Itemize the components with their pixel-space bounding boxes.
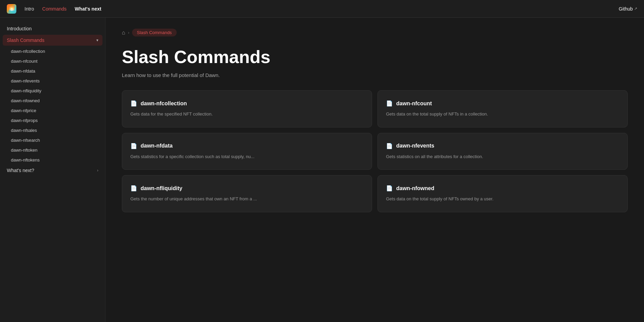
sidebar-sub-dawn-nftoken[interactable]: dawn-nftoken (0, 145, 105, 155)
card-dawn-nfowned[interactable]: 📄 dawn-nfowned Gets data on the total su… (377, 175, 628, 212)
card-dawn-nfdata[interactable]: 📄 dawn-nfdata Gets statistics for a spec… (122, 133, 372, 170)
breadcrumb: ⌂ › Slash Commands (122, 29, 628, 36)
page-title: Slash Commands (122, 47, 628, 67)
sidebar-sub-dawn-nfprops[interactable]: dawn-nfprops (0, 116, 105, 125)
whats-next-label: What's next? (7, 168, 34, 173)
card-desc: Gets statistics for a specific collectio… (130, 153, 364, 160)
card-desc: Gets the number of unique addresses that… (130, 196, 364, 202)
card-desc: Gets data on the total supply of NFTs in… (386, 111, 619, 118)
document-icon: 📄 (386, 100, 393, 107)
card-title: dawn-nfliquidity (141, 185, 182, 191)
external-link-icon: ↗ (634, 6, 637, 11)
document-icon: 📄 (130, 143, 137, 149)
card-title: dawn-nfevents (396, 143, 434, 149)
card-title: dawn-nfcollection (141, 101, 187, 107)
sidebar-sub-dawn-nfevents[interactable]: dawn-nfevents (0, 76, 105, 86)
document-icon: 📄 (130, 185, 137, 191)
sidebar: Introduction Slash Commands ▾ dawn-nfcol… (0, 18, 106, 322)
card-dawn-nfcount[interactable]: 📄 dawn-nfcount Gets data on the total su… (377, 90, 628, 127)
card-dawn-nfcollection[interactable]: 📄 dawn-nfcollection Gets data for the sp… (122, 90, 372, 127)
card-title: dawn-nfdata (141, 143, 173, 149)
card-header: 📄 dawn-nfcollection (130, 100, 364, 107)
page-subtitle: Learn how to use the full potential of D… (122, 72, 628, 78)
card-title: dawn-nfowned (396, 185, 434, 191)
main-content: ⌂ › Slash Commands Slash Commands Learn … (106, 18, 644, 322)
sidebar-sub-dawn-nftokens[interactable]: dawn-nftokens (0, 155, 105, 165)
logo-icon[interactable]: 🌅 (7, 4, 16, 14)
sidebar-sub-dawn-nfsales[interactable]: dawn-nfsales (0, 125, 105, 135)
main-layout: Introduction Slash Commands ▾ dawn-nfcol… (0, 18, 644, 322)
card-dawn-nfliquidity[interactable]: 📄 dawn-nfliquidity Gets the number of un… (122, 175, 372, 212)
chevron-down-icon: ▾ (96, 38, 98, 43)
sidebar-item-slash-commands[interactable]: Slash Commands ▾ (3, 35, 102, 46)
breadcrumb-separator: › (128, 30, 129, 35)
card-desc: Gets data for the specified NFT collecti… (130, 111, 364, 118)
card-desc: Gets statistics on all the attributes fo… (386, 153, 619, 160)
card-header: 📄 dawn-nfowned (386, 185, 619, 191)
card-title: dawn-nfcount (396, 101, 432, 107)
github-link[interactable]: Github ↗ (619, 6, 637, 12)
cards-grid: 📄 dawn-nfcollection Gets data for the sp… (122, 90, 628, 212)
sidebar-sub-dawn-nfsearch[interactable]: dawn-nfsearch (0, 135, 105, 145)
chevron-right-icon: › (97, 168, 98, 173)
sidebar-sub-dawn-nfliquidity[interactable]: dawn-nfliquidity (0, 86, 105, 96)
sidebar-sub-dawn-nfcount[interactable]: dawn-nfcount (0, 56, 105, 66)
card-desc: Gets data on the total supply of NFTs ow… (386, 196, 619, 202)
sidebar-sub-dawn-nfowned[interactable]: dawn-nfowned (0, 96, 105, 106)
card-header: 📄 dawn-nfevents (386, 143, 619, 149)
breadcrumb-tag[interactable]: Slash Commands (132, 29, 177, 36)
sidebar-active-label: Slash Commands (7, 37, 45, 43)
sidebar-item-introduction[interactable]: Introduction (0, 23, 105, 34)
document-icon: 📄 (386, 185, 393, 191)
breadcrumb-home-icon[interactable]: ⌂ (122, 30, 125, 36)
sidebar-item-whats-next[interactable]: What's next? › (0, 165, 105, 176)
sidebar-sub-dawn-nfprice[interactable]: dawn-nfprice (0, 106, 105, 116)
document-icon: 📄 (130, 100, 137, 107)
sidebar-sub-dawn-nfdata[interactable]: dawn-nfdata (0, 66, 105, 76)
card-header: 📄 dawn-nfdata (130, 143, 364, 149)
card-dawn-nfevents[interactable]: 📄 dawn-nfevents Gets statistics on all t… (377, 133, 628, 170)
nav-whats-next[interactable]: What's next (75, 6, 101, 12)
topnav: 🌅 Intro Commands What's next Github ↗ (0, 0, 644, 18)
card-header: 📄 dawn-nfliquidity (130, 185, 364, 191)
document-icon: 📄 (386, 143, 393, 149)
card-header: 📄 dawn-nfcount (386, 100, 619, 107)
nav-intro[interactable]: Intro (25, 6, 34, 12)
sidebar-sub-dawn-nfcollection[interactable]: dawn-nfcollection (0, 46, 105, 56)
github-label: Github (619, 6, 633, 12)
nav-commands[interactable]: Commands (42, 6, 67, 12)
